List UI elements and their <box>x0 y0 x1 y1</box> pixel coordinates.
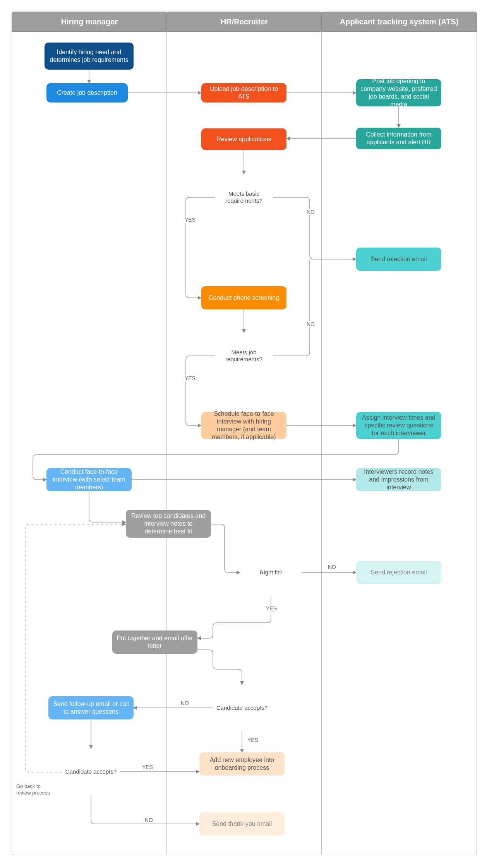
label-no-5: NO <box>144 817 154 823</box>
label-no-4: NO <box>180 700 190 706</box>
node-schedule-f2f: Schedule face-to-face interview with hir… <box>201 412 286 439</box>
label-yes-1: YES <box>184 217 196 223</box>
node-review-top: Review top candidates and interview note… <box>126 510 211 538</box>
node-send-rejection-2: Send rejection email <box>356 561 441 584</box>
node-collect-info: Collect information from applicants and … <box>356 128 441 149</box>
label-no-1: NO <box>306 209 316 215</box>
label-yes-2: YES <box>184 375 196 381</box>
node-offer-letter: Put together and email offer letter <box>112 630 197 654</box>
decision-meets-job: Meets job requirements? <box>215 333 273 379</box>
label-yes-3: YES <box>265 605 278 612</box>
decision-meets-basic: Meets basic requirements? <box>215 174 273 220</box>
label-no-3: NO <box>327 564 337 570</box>
decision-right-fit-label: Right fit? <box>259 569 282 576</box>
node-followup: Send follow-up email or call to answer q… <box>48 696 134 719</box>
node-conduct-f2f: Conduct face-to-face interview (with sel… <box>46 468 132 491</box>
node-assign-times: Assign interview times and specific revi… <box>356 412 441 439</box>
node-review-apps: Review applications <box>201 128 286 150</box>
node-phone-screen: Conduct phone screening <box>201 286 286 309</box>
node-upload-jd: Upload job description to ATS <box>201 83 286 103</box>
label-yes-4: YES <box>247 737 259 743</box>
decision-meets-job-label: Meets job requirements? <box>218 349 270 363</box>
node-onboarding: Add new employee into onboarding process <box>199 752 285 776</box>
node-thank-you: Send thank-you email <box>199 812 285 836</box>
decision-right-fit: Right fit? <box>240 549 302 596</box>
node-post-job: Post job opening to company website, pre… <box>356 79 441 106</box>
label-yes-5: YES <box>141 764 154 770</box>
decision-candidate-accepts-1: Candidate accepts? <box>213 685 271 731</box>
node-send-rejection-1: Send rejection email <box>356 248 441 271</box>
decision-meets-basic-label: Meets basic requirements? <box>218 190 270 204</box>
decision-candidate-accepts-2: Candidate accepts? <box>62 748 120 795</box>
node-identify-need: Identify hiring need and determines job … <box>45 43 134 70</box>
label-go-back: Go back to review process <box>15 783 51 796</box>
node-create-jd: Create job description <box>46 83 128 103</box>
decision-candidate-accepts-2-label: Candidate accepts? <box>65 768 117 775</box>
label-no-2: NO <box>306 321 316 327</box>
decision-candidate-accepts-1-label: Candidate accepts? <box>216 704 268 711</box>
node-record-notes: Interviewers record notes and impression… <box>356 468 441 491</box>
